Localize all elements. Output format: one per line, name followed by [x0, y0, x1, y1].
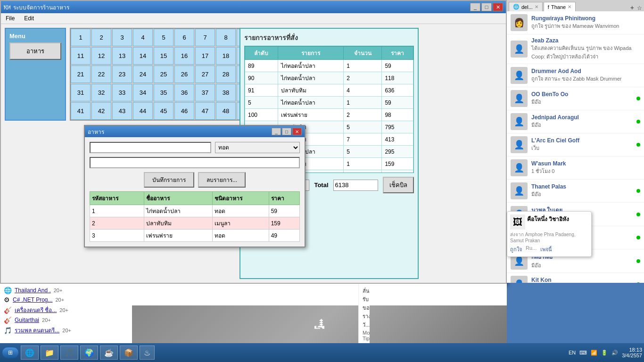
food-id: 1	[90, 205, 144, 217]
minimize-button[interactable]: _	[470, 3, 480, 11]
grid-cell-14[interactable]: 14	[133, 47, 153, 65]
browser-tab-2[interactable]: f Thane ✕	[544, 2, 576, 11]
browser-tab-1[interactable]: 🌐 del... ✕	[509, 2, 543, 11]
taskbar-java[interactable]: ☕	[100, 346, 118, 360]
save-order-button[interactable]: บันทึกรายการ	[144, 172, 194, 188]
grid-cell-34[interactable]: 34	[133, 84, 153, 101]
taskbar-extra[interactable]: ♨	[140, 346, 155, 360]
food-list-row[interactable]: 3 เฟรนฟราย ทอด 49	[90, 230, 300, 242]
maximize-button[interactable]: □	[481, 3, 492, 11]
order-name: เฟรนฟราย	[278, 109, 344, 121]
order-name: ไก่ทอดน้ำปลา	[278, 60, 344, 72]
grid-cell-42[interactable]: 42	[91, 102, 111, 120]
grid-cell-2[interactable]: 2	[91, 29, 111, 46]
grid-cell-18[interactable]: 18	[216, 47, 236, 65]
file-menu[interactable]: File	[4, 14, 17, 23]
like-button[interactable]: ถูกใจ	[510, 245, 522, 254]
grid-cell-38[interactable]: 38	[216, 84, 236, 101]
bookmark-link[interactable]: Guitarthai	[15, 317, 39, 323]
food-type-select[interactable]: ทอดเมนูลาต้มผัด	[215, 142, 300, 153]
friend-item: 👩 Rungwiraya Phinitwong ถูกใจ รูปภาพ ของ…	[507, 11, 644, 34]
grid-cell-7[interactable]: 7	[195, 29, 215, 46]
grid-cell-5[interactable]: 5	[154, 29, 173, 46]
battery-icon: 🔋	[601, 350, 608, 356]
delete-order-button[interactable]: ลบรายการ...	[198, 172, 246, 188]
tab2-close[interactable]: ✕	[568, 4, 571, 9]
grid-cell-16[interactable]: 16	[174, 47, 194, 65]
friend-status: มีอ๊อ	[531, 190, 633, 198]
grid-cell-23[interactable]: 23	[112, 66, 132, 83]
bookmark-link[interactable]: C# .NET Prog...	[13, 296, 52, 303]
grid-cell-8[interactable]: 8	[216, 29, 236, 46]
new-tab-button[interactable]: +	[630, 4, 634, 11]
grid-cell-28[interactable]: 28	[216, 66, 236, 83]
taskbar-folder[interactable]: 📁	[41, 346, 58, 360]
friend-name: Drummer Aod Aod	[531, 68, 640, 74]
bookmark-link[interactable]: Thailand And .	[15, 287, 51, 294]
grid-cell-6[interactable]: 6	[174, 29, 194, 46]
edit-menu[interactable]: Edit	[22, 14, 36, 23]
friend-name: OO BenTo Oo	[531, 91, 633, 98]
food-detail-input[interactable]	[90, 157, 300, 168]
grid-cell-4[interactable]: 4	[133, 29, 153, 46]
grid-cell-47[interactable]: 47	[195, 102, 215, 120]
grid-cell-12[interactable]: 12	[91, 47, 111, 65]
friend-name: Jednipad Aoragul	[531, 114, 633, 121]
grid-cell-27[interactable]: 27	[195, 66, 215, 83]
grid-cell-33[interactable]: 33	[112, 84, 132, 101]
online-indicator	[636, 282, 640, 283]
grid-cell-11[interactable]: 11	[71, 47, 91, 65]
grid-cell-24[interactable]: 24	[133, 66, 153, 83]
friend-name: Jeab Zaza	[531, 37, 640, 44]
grid-cell-1[interactable]: 1	[71, 29, 91, 46]
grid-cell-22[interactable]: 22	[91, 66, 111, 83]
bookmark-link[interactable]: เครื่องดนตรี ชื่อ...	[15, 305, 57, 314]
dialog-minimize-button[interactable]: _	[272, 128, 281, 135]
grid-cell-3[interactable]: 3	[112, 29, 132, 46]
page-label[interactable]: เพจนี้	[540, 245, 552, 254]
grid-cell-44[interactable]: 44	[133, 102, 153, 120]
grid-cell-48[interactable]: 48	[216, 102, 236, 120]
taskbar-media[interactable]: 🎵	[60, 346, 78, 360]
order-price: 159	[382, 158, 413, 170]
food-list-row[interactable]: 2 ปลาทับทิม เมนูลา 159	[90, 217, 300, 230]
bookmark-icon: 🎵	[4, 327, 12, 334]
browser-star[interactable]: ☆	[637, 5, 642, 11]
dialog-maximize-button[interactable]: □	[282, 128, 291, 135]
grid-cell-17[interactable]: 17	[195, 47, 215, 65]
friend-status: มีอ๊อ	[531, 261, 633, 270]
tab1-close[interactable]: ✕	[535, 4, 538, 9]
bookmark-link[interactable]: รวมพล คนดนตรี...	[15, 326, 59, 335]
grid-cell-26[interactable]: 26	[174, 66, 194, 83]
grid-cell-21[interactable]: 21	[71, 66, 91, 83]
food-list-row[interactable]: 1 ไก่ทอดน้ำปลา ทอด 59	[90, 205, 300, 217]
grid-cell-35[interactable]: 35	[154, 84, 173, 101]
check-bill-button[interactable]: เช็คบิล	[383, 177, 414, 193]
grid-cell-13[interactable]: 13	[112, 47, 132, 65]
grid-cell-32[interactable]: 32	[91, 84, 111, 101]
dialog-close-button[interactable]: ✕	[292, 128, 302, 135]
taskbar-pkg[interactable]: 📦	[120, 346, 138, 360]
grid-cell-37[interactable]: 37	[195, 84, 215, 101]
grid-cell-25[interactable]: 25	[154, 66, 173, 83]
taskbar-globe[interactable]: 🌍	[80, 346, 98, 360]
grid-cell-41[interactable]: 41	[71, 102, 91, 120]
grid-cell-45[interactable]: 45	[154, 102, 173, 120]
grid-cell-36[interactable]: 36	[174, 84, 194, 101]
close-button[interactable]: ✕	[493, 3, 503, 11]
taskbar-ie[interactable]: 🌐	[21, 346, 39, 360]
order-price: 159	[382, 170, 413, 173]
food-search-input[interactable]	[90, 142, 211, 153]
start-button[interactable]: ⊞	[2, 347, 19, 358]
grid-cell-15[interactable]: 15	[154, 47, 173, 65]
speaker-icon: 🔊	[611, 350, 618, 356]
friend-info: Rungwiraya Phinitwong ถูกใจ รูปภาพ ของ M…	[531, 15, 640, 30]
pkg-icon: 📦	[124, 348, 133, 357]
order-qty: 1	[344, 60, 382, 72]
grid-cell-46[interactable]: 46	[174, 102, 194, 120]
food-button[interactable]: อาหาร	[9, 42, 61, 60]
total-input[interactable]	[333, 180, 378, 191]
grid-cell-31[interactable]: 31	[71, 84, 91, 101]
grid-cell-43[interactable]: 43	[112, 102, 132, 120]
dialog-second-row	[90, 157, 300, 168]
